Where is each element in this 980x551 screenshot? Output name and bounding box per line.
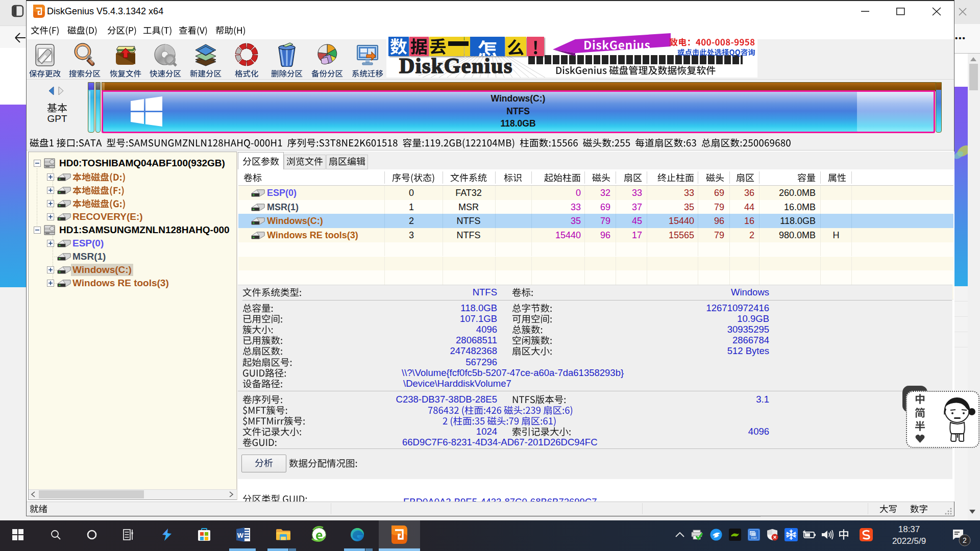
svg-text:intel: intel	[751, 536, 756, 539]
svg-text:W: W	[237, 532, 244, 539]
svg-text:2: 2	[963, 536, 967, 544]
